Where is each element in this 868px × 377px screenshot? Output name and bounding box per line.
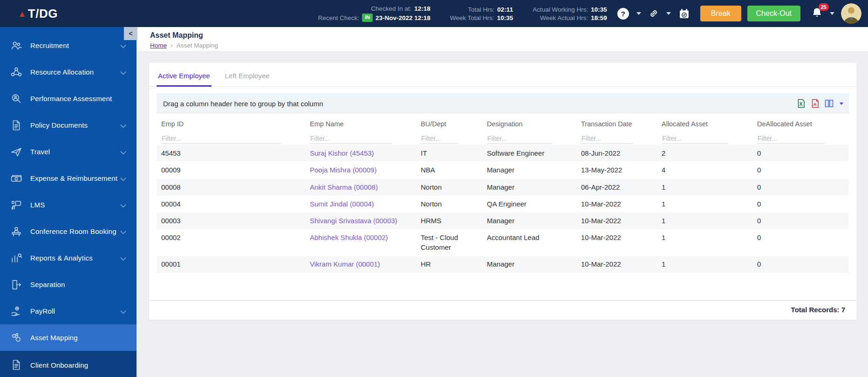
svg-text:X: X: [800, 102, 803, 107]
export-pdf-icon[interactable]: A: [811, 99, 820, 108]
notification-count-badge: 25: [819, 3, 829, 11]
help-icon[interactable]: ?: [617, 8, 629, 20]
client-document-icon: [10, 359, 22, 371]
chevron-down-icon: [120, 42, 126, 48]
chevron-down-icon[interactable]: [840, 103, 843, 105]
tab-bar: Active Employee Left Employee: [149, 63, 856, 87]
sidebar-collapse-button[interactable]: <: [124, 27, 137, 40]
filter-input-transaction-date[interactable]: [581, 133, 633, 144]
group-panel[interactable]: Drag a column header here to group by th…: [157, 93, 849, 114]
brand-logo[interactable]: ▲ T/DG: [18, 7, 58, 21]
checkout-button[interactable]: Check-Out: [747, 6, 800, 21]
training-icon: [10, 199, 22, 211]
sidebar-item-performance-assessment[interactable]: Performance Assessment: [0, 85, 137, 112]
sidebar-item-recruitment[interactable]: Recruitment: [0, 32, 137, 59]
sidebar-item-reports-analytics[interactable]: Reports & Analytics: [0, 245, 137, 271]
cell-allocated: 1: [657, 179, 752, 196]
cell-emp-id: 00004: [157, 196, 305, 212]
column-header-transaction-date[interactable]: Transaction Date: [576, 115, 657, 130]
sidebar-item-resource-allocation[interactable]: Resource Allocation: [0, 59, 137, 85]
cell-designation: Manager: [482, 212, 576, 229]
recent-check-label: Recent Check:: [318, 14, 359, 21]
employee-name-link[interactable]: Abhishek Shukla (00002): [310, 233, 388, 241]
cell-designation: Manager: [482, 162, 576, 178]
asset-table: Emp IDEmp NameBU/DeptDesignationTransact…: [157, 115, 849, 273]
checked-in-value: 12:18: [414, 5, 431, 12]
export-excel-icon[interactable]: X: [797, 99, 806, 108]
sidebar-item-travel[interactable]: Travel: [0, 138, 137, 165]
column-header-designation[interactable]: Designation: [482, 115, 576, 130]
column-header-emp-id[interactable]: Emp ID: [157, 115, 305, 130]
column-header-bu-dept[interactable]: BU/Dept: [416, 115, 482, 130]
filter-cell-deallocated-asset: [752, 130, 849, 145]
search-person-icon: [10, 93, 22, 105]
total-records: Total Records: 7: [149, 300, 856, 320]
chevron-down-icon[interactable]: [636, 12, 641, 15]
column-header-deallocated-asset[interactable]: DeAllocated Asset: [752, 115, 849, 130]
chevron-down-icon: [120, 228, 126, 234]
sidebar-item-lms[interactable]: LMS: [0, 192, 137, 218]
sidebar-item-expense-reimbursement[interactable]: Expense & Reimbursement: [0, 165, 137, 192]
column-header-emp-name[interactable]: Emp Name: [305, 115, 416, 130]
table-body: 45453Suraj Kishor (45453)ITSoftware Engi…: [157, 145, 849, 273]
employee-name-link[interactable]: Shivangi Srivastava (00003): [310, 217, 397, 225]
page-header: Asset Mapping Home › Asset Mapping: [137, 27, 868, 52]
employee-name-link[interactable]: Pooja Mishra (00009): [310, 166, 376, 174]
column-chooser-icon[interactable]: [825, 99, 834, 108]
cell-transaction-date: 10-Mar-2022: [576, 196, 657, 212]
notifications-bell-icon[interactable]: 25: [811, 7, 823, 21]
total-hrs-label: Total Hrs:: [468, 6, 494, 13]
employee-name-link[interactable]: Sumit Jindal (00004): [310, 200, 374, 208]
chevron-down-icon: [120, 202, 126, 208]
sidebar-item-policy-documents[interactable]: Policy Documents: [0, 112, 137, 138]
chevron-down-icon[interactable]: [830, 12, 834, 15]
total-records-value: 7: [841, 306, 845, 314]
actual-working-hrs-label: Actual Working Hrs:: [533, 6, 588, 13]
tab-left-employee[interactable]: Left Employee: [224, 70, 271, 87]
filter-input-bu-dept[interactable]: [421, 133, 458, 144]
filter-input-designation[interactable]: [487, 133, 552, 144]
calendar-icon[interactable]: [678, 8, 690, 20]
filter-cell-emp-name: [305, 130, 416, 145]
people-icon: [10, 40, 22, 52]
table-row: 00003Shivangi Srivastava (00003)HRMSMana…: [157, 212, 849, 229]
employee-name-link[interactable]: Suraj Kishor (45453): [310, 149, 374, 157]
cell-allocated: 2: [657, 145, 752, 162]
breadcrumb-home-link[interactable]: Home: [150, 42, 167, 49]
cell-emp-name: Vikram Kumar (00001): [305, 256, 416, 273]
cell-emp-name: Pooja Mishra (00009): [305, 162, 416, 178]
sidebar-item-asset-mapping[interactable]: Asset Mapping: [0, 324, 137, 351]
sidebar-item-payroll[interactable]: PayRoll: [0, 298, 137, 324]
sidebar-item-client-onboarding[interactable]: Client Onboarding: [0, 351, 137, 377]
break-button[interactable]: Break: [700, 6, 741, 21]
cell-transaction-date: 10-Mar-2022: [576, 256, 657, 273]
linked-assets-icon: [10, 332, 22, 344]
cell-bu-dept: Test - Cloud Customer: [416, 229, 482, 256]
group-panel-text: Drag a column header here to group by th…: [163, 100, 323, 108]
cell-allocated: 1: [657, 196, 752, 212]
employee-name-link[interactable]: Vikram Kumar (00001): [310, 260, 380, 268]
cell-emp-name: Sumit Jindal (00004): [305, 196, 416, 212]
total-records-label: Total Records:: [791, 306, 840, 314]
cell-designation: Accountant Lead: [482, 229, 576, 256]
user-avatar[interactable]: [841, 3, 861, 24]
sidebar-item-label: Performance Assessment: [30, 95, 127, 103]
total-hrs-value: 02:11: [497, 6, 513, 13]
filter-input-allocated-asset[interactable]: [662, 133, 728, 144]
column-header-allocated-asset[interactable]: Allocated Asset: [657, 115, 752, 130]
filter-input-emp-id[interactable]: [161, 133, 281, 144]
cell-emp-id: 45453: [157, 145, 305, 162]
filter-input-emp-name[interactable]: [310, 133, 392, 144]
sidebar: RecruitmentResource AllocationPerformanc…: [0, 27, 137, 377]
link-icon[interactable]: [649, 8, 659, 19]
tab-active-employee[interactable]: Active Employee: [157, 70, 212, 87]
sidebar-item-conference-room-booking[interactable]: Conference Room Booking: [0, 218, 137, 245]
filter-input-deallocated-asset[interactable]: [757, 133, 825, 144]
asset-mapping-card: Active Employee Left Employee Drag a col…: [149, 63, 856, 320]
filter-cell-allocated-asset: [657, 130, 752, 145]
chevron-down-icon[interactable]: [666, 12, 671, 15]
sidebar-item-separation[interactable]: Separation: [0, 271, 137, 298]
employee-name-link[interactable]: Ankit Sharma (00008): [310, 183, 378, 191]
cell-designation: Manager: [482, 256, 576, 273]
cell-deallocated: 0: [752, 196, 849, 212]
